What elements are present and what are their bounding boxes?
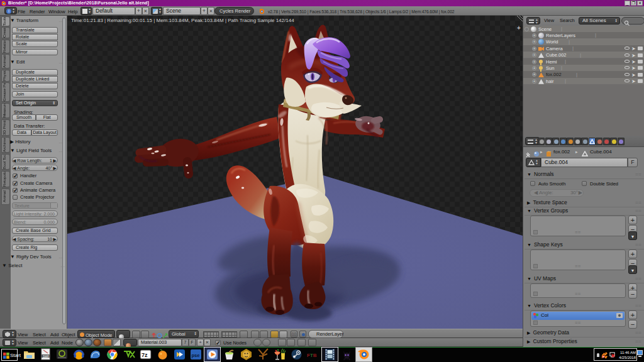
svg-text:pse: pse [192, 353, 200, 358]
svg-text:7z: 7z [142, 352, 148, 358]
svg-text:FTB: FTB [307, 353, 317, 358]
svg-text:SWF: SWF [43, 355, 49, 358]
